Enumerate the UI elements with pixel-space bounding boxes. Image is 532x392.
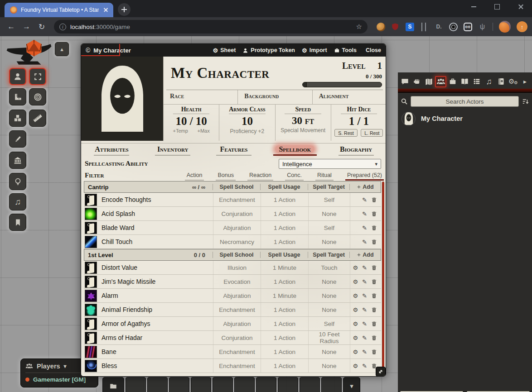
game-canvas[interactable]: ▴ ♫ Players ▾ Gamemaster [GM] [0, 36, 532, 392]
prepare-spell-icon[interactable]: ⚙ [353, 363, 358, 369]
level-value[interactable]: 1 [377, 60, 382, 72]
spell-name[interactable]: Acid Splash [102, 210, 135, 217]
prepare-spell-icon[interactable]: ⚙ [353, 293, 358, 299]
filter-action[interactable]: Action [185, 172, 204, 181]
tab-tables[interactable] [471, 76, 483, 87]
delete-spell-icon[interactable] [371, 335, 377, 341]
spell-name[interactable]: Chill Touch [102, 238, 132, 245]
prepare-spell-icon[interactable]: ⚙ [353, 349, 358, 355]
edit-spell-icon[interactable]: ✎ [362, 363, 367, 369]
browser-tab[interactable]: Foundry Virtual Tabletop • A Stan [5, 3, 113, 17]
edit-spell-icon[interactable]: ✎ [362, 335, 367, 341]
filter-prepared[interactable]: Prepared (52) [345, 172, 384, 181]
profile-avatar[interactable] [499, 21, 511, 33]
tab-compendium[interactable] [495, 76, 507, 87]
spell-name[interactable]: Jim's Magic Missile [102, 278, 155, 285]
maximize-icon[interactable] [492, 2, 502, 12]
add-spell-button[interactable]: Add [349, 252, 381, 258]
eye-extension-icon[interactable] [449, 23, 458, 31]
new-tab-button[interactable] [118, 3, 131, 16]
ruler-tool[interactable] [29, 110, 46, 127]
edit-spell-icon[interactable]: ✎ [362, 279, 367, 285]
forward-icon[interactable]: → [20, 20, 34, 33]
spell-name[interactable]: Encode Thoughts [102, 196, 151, 203]
cookie-extension-icon[interactable] [377, 23, 385, 31]
prepare-spell-icon[interactable]: ⚙ [353, 307, 358, 313]
fork-extension-icon[interactable]: ψ [478, 23, 487, 31]
edit-spell-icon[interactable]: ✎ [362, 225, 367, 231]
delete-spell-icon[interactable] [371, 265, 377, 271]
spell-name[interactable]: Alarm [102, 292, 118, 299]
delete-spell-icon[interactable] [371, 349, 377, 355]
tab-playlists[interactable]: ♫ [483, 76, 494, 87]
section-slots[interactable]: 0 / 0 [194, 252, 213, 258]
ublock-extension-icon[interactable] [391, 23, 400, 31]
filter-ritual[interactable]: Ritual [315, 172, 334, 181]
bookmark-star-icon[interactable]: ☆ [356, 23, 362, 31]
health-value[interactable]: 10 / 10 [164, 115, 219, 128]
delete-spell-icon[interactable] [371, 307, 377, 313]
spell-name[interactable]: Armor of Agathys [102, 320, 150, 327]
add-spell-button[interactable]: Add [349, 184, 381, 190]
delete-spell-icon[interactable] [371, 225, 377, 231]
macro-slot[interactable] [169, 377, 189, 392]
dice-tool[interactable] [9, 110, 26, 127]
tab-features[interactable]: Features [203, 143, 265, 157]
filter-reaction[interactable]: Reaction [247, 172, 273, 181]
tab-inventory[interactable]: Inventory [142, 143, 203, 157]
actor-list-item[interactable]: My Character [398, 110, 532, 127]
speed-value[interactable]: 30 ft [276, 115, 331, 127]
macro-slot[interactable] [147, 377, 168, 392]
edit-spell-icon[interactable]: ✎ [362, 293, 367, 299]
prepare-spell-icon[interactable]: ⚙ [353, 265, 358, 271]
race-field[interactable]: Race [164, 90, 238, 104]
edit-spell-icon[interactable]: ✎ [362, 321, 367, 327]
background-field[interactable]: Background [238, 90, 312, 104]
sheet-config-button[interactable]: ⚙Sheet [213, 47, 236, 54]
sound-tools[interactable]: ♫ [9, 193, 26, 210]
spell-name[interactable]: Arms of Hadar [102, 334, 142, 341]
prepare-spell-icon[interactable]: ⚙ [353, 321, 358, 327]
delete-spell-icon[interactable] [371, 279, 377, 285]
tab-close-icon[interactable] [102, 6, 110, 14]
search-actors-input[interactable] [411, 96, 519, 107]
sheet-titlebar[interactable]: © My Character ⚙Sheet Prototype Token ⚙I… [81, 44, 386, 57]
spell-name[interactable]: Blade Ward [102, 224, 135, 231]
tab-scenes[interactable] [423, 76, 435, 87]
minimize-icon[interactable] [469, 2, 479, 12]
token-select-tool[interactable] [9, 68, 26, 85]
oo-extension-icon[interactable]: oo [464, 23, 472, 31]
spell-list-scrollbar[interactable] [382, 182, 384, 376]
tab-spellbook[interactable]: Spellbook [264, 143, 325, 157]
macro-page-button[interactable]: ▾ [343, 377, 360, 392]
macro-slot[interactable] [278, 377, 298, 392]
macro-slot[interactable] [191, 377, 211, 392]
prepare-spell-icon[interactable]: ⚙ [353, 335, 358, 341]
back-icon[interactable]: ← [5, 20, 18, 33]
prototype-token-button[interactable]: Prototype Token [242, 47, 295, 53]
target-select-tool[interactable] [29, 68, 46, 85]
long-rest-button[interactable]: L. Rest [361, 129, 383, 137]
macro-folder-button[interactable] [102, 377, 124, 392]
ac-value[interactable]: 10 [219, 115, 275, 128]
macro-slot[interactable] [300, 377, 320, 392]
delete-spell-icon[interactable] [371, 239, 377, 245]
browser-update-icon[interactable]: ↑ [517, 21, 527, 32]
tab-attributes[interactable]: Attributes [81, 143, 142, 157]
close-window-icon[interactable] [516, 2, 526, 12]
character-name[interactable]: My Character [171, 65, 269, 81]
short-rest-button[interactable]: S. Rest [334, 129, 357, 137]
tab-actors[interactable] [435, 76, 446, 87]
macro-slot[interactable] [234, 377, 255, 392]
edit-spell-icon[interactable]: ✎ [362, 349, 367, 355]
url-bar[interactable]: i localhost:30000/game ☆ [54, 20, 368, 33]
sort-filter-icon[interactable] [522, 98, 529, 105]
d-extension-icon[interactable]: D. [435, 23, 443, 31]
drawing-tools[interactable] [9, 130, 26, 148]
spellcasting-ability-select[interactable]: Intelligence ▾ [279, 159, 381, 169]
s-extension-icon[interactable]: S [406, 23, 414, 31]
import-button[interactable]: ⚙Import [302, 47, 327, 54]
spell-name[interactable]: Bane [102, 348, 116, 355]
edit-spell-icon[interactable]: ✎ [362, 239, 367, 245]
delete-spell-icon[interactable] [371, 211, 377, 217]
